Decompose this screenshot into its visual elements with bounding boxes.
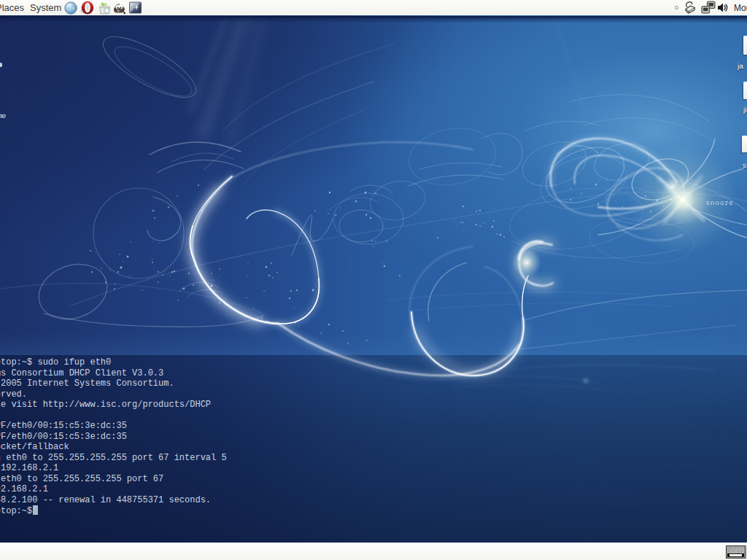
svg-text:snooze: snooze xyxy=(706,198,734,206)
svg-text:...: ... xyxy=(732,198,739,206)
